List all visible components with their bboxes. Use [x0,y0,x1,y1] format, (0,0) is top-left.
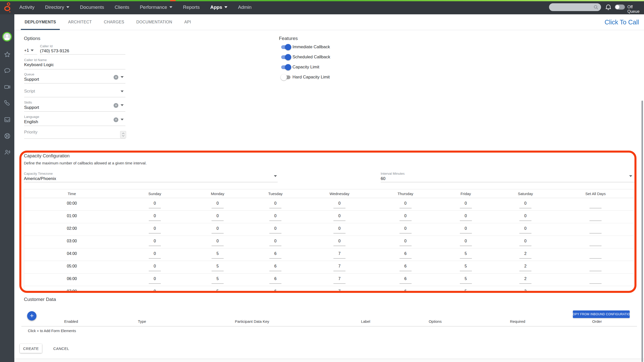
queue-field[interactable]: Support [24,77,39,82]
capacity-value-input[interactable]: 6 [400,289,412,291]
capacity-value-input[interactable]: 0 [269,239,281,246]
capacity-value-input[interactable]: 6 [400,277,412,284]
inbox-icon[interactable] [0,116,14,123]
cancel-button[interactable]: CANCEL [50,344,72,353]
capacity-value-input[interactable]: 0 [149,251,161,259]
capacity-value-input[interactable]: 0 [519,239,531,246]
country-code-caret-icon[interactable] [31,50,34,51]
capacity-value-input[interactable]: 0 [333,226,345,234]
nav-item-documents[interactable]: Documents [80,5,104,10]
capacity-value-input[interactable]: 6 [269,277,281,284]
favorites-star-icon[interactable] [0,51,14,58]
avatar[interactable] [2,32,12,41]
skills-clear-icon[interactable]: ✕ [114,103,118,108]
capacity-value-input[interactable]: 5 [460,289,472,291]
capacity-value-input[interactable]: 2 [519,277,531,284]
notifications-bell-icon[interactable] [605,3,612,11]
capacity-value-input[interactable]: 5 [460,277,472,284]
capacity-value-input[interactable]: 0 [269,201,281,208]
language-field[interactable]: English [24,119,38,124]
capacity-value-input[interactable]: 6 [269,289,281,291]
set-all-days-input[interactable] [589,201,602,208]
interval-minutes-caret-icon[interactable] [629,175,632,177]
queue-clear-icon[interactable]: ✕ [114,75,118,80]
capacity-value-input[interactable]: 2 [519,264,531,271]
nav-item-activity[interactable]: Activity [19,5,34,10]
set-all-days-input[interactable] [589,289,602,291]
capacity-value-input[interactable]: 6 [400,251,412,259]
capacity-value-input[interactable]: 5 [460,251,472,259]
genesys-logo-icon[interactable] [3,2,12,13]
capacity-value-input[interactable]: 5 [460,264,472,271]
nav-item-reports[interactable]: Reports [183,5,200,10]
set-all-days-input[interactable] [589,226,602,234]
nav-item-clients[interactable]: Clients [115,5,129,10]
capacity-value-input[interactable]: 7 [333,277,345,284]
add-form-element-button[interactable]: + [27,311,36,321]
create-button[interactable]: CREATE [20,344,42,353]
capacity-value-input[interactable]: 0 [149,226,161,234]
capacity-timezone-caret-icon[interactable] [274,175,277,177]
skills-caret-icon[interactable] [121,104,124,106]
interval-minutes-field[interactable]: 60 [381,176,385,181]
capacity-value-input[interactable]: 6 [269,251,281,259]
capacity-value-input[interactable]: 0 [212,239,224,246]
capacity-value-input[interactable]: 0 [212,201,224,208]
toggle-scheduled-callback[interactable] [281,55,290,59]
copy-from-inbound-button[interactable]: COPY FROM INBOUND CONFIGURATION [573,310,630,318]
toggle-hard-capacity-limit[interactable] [281,75,290,79]
vertical-scrollbar[interactable] [641,101,643,362]
tab-architect[interactable]: ARCHITECT [64,14,95,30]
capacity-value-input[interactable]: 0 [460,226,472,234]
capacity-value-input[interactable]: 0 [149,239,161,246]
queue-status-toggle[interactable] [615,5,625,10]
capacity-value-input[interactable]: 6 [269,264,281,271]
capacity-value-input[interactable]: 0 [400,214,412,221]
set-all-days-input[interactable] [589,264,602,271]
support-lifebuoy-icon[interactable] [0,132,14,140]
priority-stepper[interactable] [120,131,126,138]
set-all-days-input[interactable] [589,277,602,284]
toggle-capacity-limit[interactable] [281,65,290,69]
nav-item-performance[interactable]: Performance [140,5,172,10]
phone-icon[interactable] [0,100,14,107]
capacity-value-input[interactable]: 0 [149,289,161,291]
toggle-immediate-callback[interactable] [281,45,290,49]
capacity-value-input[interactable]: 0 [333,214,345,221]
tab-deployments[interactable]: DEPLOYMENTS [21,14,60,30]
capacity-value-input[interactable]: 2 [519,251,531,259]
capacity-value-input[interactable]: 0 [212,226,224,234]
agent-broadcast-icon[interactable] [0,149,14,156]
capacity-value-input[interactable]: 5 [212,251,224,259]
script-field[interactable]: Script [24,89,35,94]
capacity-value-input[interactable]: 0 [212,214,224,221]
capacity-value-input[interactable]: 0 [269,226,281,234]
capacity-value-input[interactable]: 0 [149,264,161,271]
capacity-value-input[interactable]: 0 [460,201,472,208]
capacity-value-input[interactable]: 0 [460,239,472,246]
capacity-value-input[interactable]: 5 [212,264,224,271]
search-input[interactable] [549,3,601,11]
capacity-value-input[interactable]: 7 [333,264,345,271]
capacity-value-input[interactable]: 5 [212,289,224,291]
queue-caret-icon[interactable] [121,76,124,78]
capacity-value-input[interactable]: 0 [519,214,531,221]
capacity-value-input[interactable]: 0 [400,239,412,246]
priority-field[interactable]: Priority [24,130,37,135]
set-all-days-input[interactable] [589,251,602,259]
skills-field[interactable]: Support [24,105,39,110]
capacity-timezone-field[interactable]: America/Phoenix [24,176,56,181]
language-clear-icon[interactable]: ✕ [114,117,118,122]
capacity-value-input[interactable]: 0 [333,201,345,208]
caller-id-name-field[interactable]: Keyboard Logic [24,62,54,67]
capacity-value-input[interactable]: 0 [460,214,472,221]
set-all-days-input[interactable] [589,214,602,221]
country-code-value[interactable]: +1 [24,48,29,53]
capacity-value-input[interactable]: 7 [333,251,345,259]
tab-api[interactable]: API [180,14,195,30]
set-all-days-input[interactable] [589,239,602,246]
capacity-value-input[interactable]: 0 [269,214,281,221]
capacity-value-input[interactable]: 0 [149,214,161,221]
capacity-value-input[interactable]: 0 [149,277,161,284]
chat-icon[interactable] [0,67,14,74]
